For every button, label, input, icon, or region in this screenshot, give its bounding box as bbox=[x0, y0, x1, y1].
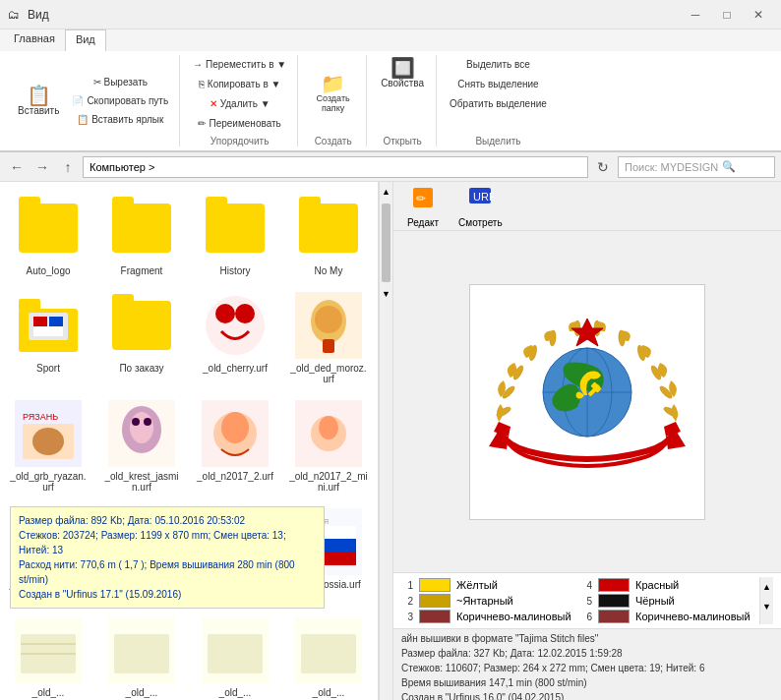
search-box[interactable]: Поиск: MYDESIGN 🔍 bbox=[618, 156, 775, 178]
bottom-info-line5: Создан в "Urfinus 16.0" (04.02.2015) bbox=[401, 690, 773, 700]
svg-point-24 bbox=[221, 412, 249, 443]
paste-shortcut-button[interactable]: 📋 Вставить ярлык bbox=[67, 111, 173, 129]
file-name: _old_n2017_2.urf bbox=[197, 471, 273, 482]
file-thumb bbox=[106, 290, 177, 361]
new-folder-label: Создатьпапку bbox=[317, 93, 350, 113]
svg-rect-54 bbox=[301, 634, 356, 673]
ribbon-group-new: 📁 Создатьпапку Создать bbox=[300, 55, 367, 146]
scroll-up-btn[interactable]: ▲ bbox=[380, 182, 392, 202]
file-name: Auto_logo bbox=[26, 265, 70, 276]
file-thumb bbox=[13, 614, 84, 685]
filelist-panel: Auto_logo Fragment bbox=[0, 182, 393, 700]
main-area: Auto_logo Fragment bbox=[0, 182, 781, 700]
view-button[interactable]: URF Смотреть bbox=[452, 182, 509, 230]
path-text: Компьютер > bbox=[90, 161, 154, 173]
file-name: _old_... bbox=[126, 687, 158, 698]
list-item[interactable]: History bbox=[191, 186, 279, 283]
file-thumb: РЯЗАНЬ bbox=[13, 398, 84, 469]
titlebar-left: 🗂 Вид bbox=[8, 8, 49, 22]
color-row: 5 Чёрный bbox=[580, 593, 759, 609]
list-item[interactable]: _old_cherry.urf bbox=[191, 283, 279, 391]
list-item[interactable]: _old_... bbox=[4, 608, 92, 700]
list-item[interactable]: Fragment bbox=[97, 186, 186, 283]
delete-button[interactable]: ✕ Удалить ▼ bbox=[205, 94, 275, 112]
search-text: Поиск: MYDESIGN bbox=[625, 161, 718, 173]
bottom-info: айн вышивки в формате "Tajima Stitch fil… bbox=[393, 628, 781, 700]
color-swatch bbox=[419, 610, 451, 623]
properties-button[interactable]: 🔲 Свойства bbox=[375, 55, 430, 91]
tooltip-line2: Стежков: 203724; Размер: 1199 x 870 mm; … bbox=[19, 528, 316, 557]
list-item[interactable]: _old_n2017_2_mini.urf bbox=[284, 391, 373, 499]
close-button[interactable]: ✕ bbox=[744, 5, 773, 25]
deselect-button[interactable]: Снять выделение bbox=[452, 75, 543, 92]
list-item[interactable]: _old_... bbox=[97, 608, 186, 700]
file-thumb bbox=[200, 614, 270, 685]
list-item[interactable]: _old_krest_jasmin.urf bbox=[97, 391, 186, 499]
move-to-button[interactable]: → Переместить в ▼ bbox=[188, 55, 291, 73]
address-path[interactable]: Компьютер > bbox=[83, 156, 588, 178]
list-item[interactable]: _old_... bbox=[284, 608, 373, 700]
bottom-line2-text: Размер файла: 327 Kb; Дата: 12.02.2015 1… bbox=[401, 648, 623, 659]
select-group-label: Выделить bbox=[475, 134, 520, 146]
list-item[interactable]: По заказу bbox=[97, 283, 186, 391]
paste-button[interactable]: 📋 Вставить bbox=[12, 83, 65, 119]
color-swatch bbox=[419, 594, 451, 608]
list-item[interactable]: Sport bbox=[4, 283, 92, 391]
color-scroll-up[interactable]: ▲ bbox=[760, 577, 773, 597]
filelist-scrollbar[interactable]: ▲ ▼ bbox=[379, 182, 392, 700]
cut-button[interactable]: ✂ Вырезать bbox=[67, 74, 173, 91]
nav-back-button[interactable]: ← bbox=[6, 156, 28, 178]
color-num: 4 bbox=[580, 580, 592, 591]
edit-icon: ✏ bbox=[409, 184, 437, 217]
refresh-button[interactable]: ↻ bbox=[592, 156, 614, 178]
select-all-button[interactable]: Выделить все bbox=[461, 55, 535, 73]
file-name: _old_grb_ryazan.urf bbox=[9, 471, 88, 493]
color-row: 2 ~Янтарный bbox=[401, 593, 580, 609]
list-item[interactable]: No My bbox=[284, 186, 373, 283]
svg-point-27 bbox=[319, 416, 338, 439]
file-thumb bbox=[200, 398, 270, 469]
nav-forward-button[interactable]: → bbox=[31, 156, 53, 178]
copy-to-button[interactable]: ⎘ Копировать в ▼ bbox=[194, 75, 286, 92]
tab-home[interactable]: Главная bbox=[4, 29, 65, 51]
new-folder-button[interactable]: 📁 Создатьпапку bbox=[306, 71, 360, 116]
ribbon: Главная Вид 📋 Вставить ✂ Вырезать 📄 Скоп… bbox=[0, 29, 781, 152]
scroll-down-btn[interactable]: ▼ bbox=[380, 284, 392, 304]
color-scroll-down[interactable]: ▼ bbox=[760, 597, 773, 616]
svg-point-20 bbox=[132, 418, 140, 426]
color-row: 4 Красный bbox=[580, 577, 759, 593]
list-item[interactable]: _old_n2017_2.urf bbox=[191, 391, 279, 499]
minimize-button[interactable]: ─ bbox=[681, 5, 710, 25]
maximize-button[interactable]: □ bbox=[712, 5, 742, 25]
scroll-thumb[interactable] bbox=[382, 204, 390, 282]
file-thumb bbox=[106, 193, 177, 263]
svg-point-7 bbox=[215, 304, 235, 323]
list-item[interactable]: РЯЗАНЬ _old_grb_ryazan.urf bbox=[4, 391, 92, 499]
file-name: No My bbox=[315, 265, 343, 276]
bottom-line5-text: Создан в "Urfinus 16.0" (04.02.2015) bbox=[401, 692, 564, 700]
rename-label: Переименовать bbox=[209, 118, 280, 129]
ribbon-group-clipboard: 📋 Вставить ✂ Вырезать 📄 Скопировать путь… bbox=[6, 55, 180, 146]
svg-rect-5 bbox=[33, 326, 63, 336]
tab-view[interactable]: Вид bbox=[65, 29, 106, 51]
bottom-info-line4: Время вышивания 147,1 min (800 st/min) bbox=[401, 675, 773, 690]
list-item[interactable]: _old_... bbox=[191, 608, 279, 700]
color-name: Красный bbox=[635, 579, 679, 591]
preview-image bbox=[469, 284, 705, 520]
file-name: _old_... bbox=[313, 687, 345, 698]
paste-shortcut-icon: 📋 bbox=[77, 114, 89, 125]
color-num: 6 bbox=[580, 612, 592, 622]
color-name: Коричнево-малиновый bbox=[635, 611, 751, 622]
edit-button[interactable]: ✏ Редакт bbox=[401, 182, 445, 230]
color-name: Жёлтый bbox=[456, 579, 498, 591]
color-list: 1 Жёлтый 2 ~Янтарный 3 Коричнево-малинов… bbox=[393, 572, 781, 628]
list-item[interactable]: Auto_logo bbox=[4, 186, 92, 283]
svg-point-11 bbox=[315, 306, 342, 333]
rename-button[interactable]: ✏ Переименовать bbox=[193, 114, 285, 132]
color-list-scrollbar[interactable]: ▲ ▼ bbox=[759, 577, 773, 624]
nav-up-button[interactable]: ↑ bbox=[57, 156, 79, 178]
copy-path-button[interactable]: 📄 Скопировать путь bbox=[67, 92, 173, 110]
file-thumb bbox=[106, 614, 177, 685]
list-item[interactable]: _old_ded_moroz.urf bbox=[284, 283, 373, 391]
invert-select-button[interactable]: Обратить выделение bbox=[445, 94, 552, 112]
